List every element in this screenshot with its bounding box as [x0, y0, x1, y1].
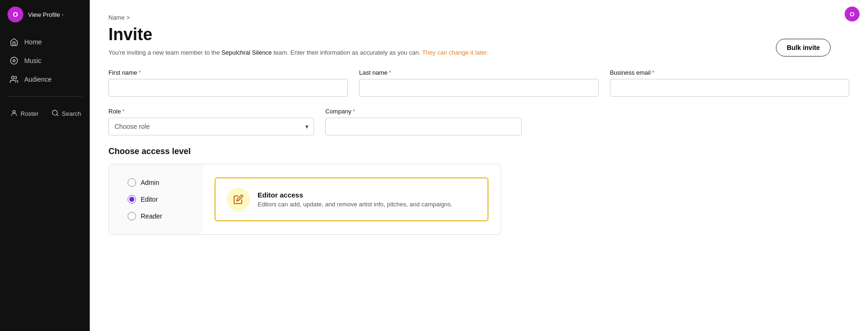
sidebar-item-music[interactable]: Music [2, 51, 88, 70]
bulk-invite-button[interactable]: Bulk invite [776, 39, 831, 56]
music-icon [9, 56, 19, 65]
role-select[interactable]: Choose role Admin Editor Reader [108, 118, 314, 135]
radio-reader[interactable] [128, 212, 136, 220]
access-level-container: Admin Editor Reader [108, 164, 501, 235]
audience-icon [9, 75, 19, 84]
role-required: * [122, 108, 125, 115]
search-label: Search [62, 110, 81, 117]
last-name-group: Last name * [359, 69, 598, 97]
company-required: * [353, 108, 355, 115]
company-label: Company * [325, 108, 522, 115]
breadcrumb: Name > [108, 14, 849, 21]
home-icon [9, 37, 19, 47]
page-title: Invite [108, 25, 849, 44]
profile-label-text: View Profile [28, 11, 60, 18]
first-name-group: First name * [108, 69, 348, 97]
first-name-input[interactable] [108, 79, 348, 97]
first-name-required: * [138, 70, 141, 76]
radio-option-admin[interactable]: Admin [128, 178, 184, 187]
radio-option-reader[interactable]: Reader [128, 212, 184, 220]
first-name-label: First name * [108, 69, 348, 76]
view-profile-button[interactable]: O View Profile › [0, 0, 90, 29]
radio-editor[interactable] [128, 195, 136, 204]
search-icon [51, 109, 59, 118]
svg-point-1 [13, 60, 15, 62]
invite-description: You're inviting a new team member to the… [108, 49, 849, 56]
sidebar-item-home-label: Home [24, 38, 42, 46]
role-select-wrapper: Choose role Admin Editor Reader ▾ [108, 118, 314, 135]
roster-label: Roster [21, 110, 38, 117]
sidebar-divider [7, 96, 82, 97]
editor-access-text: Editor access Editors can add, update, a… [258, 191, 452, 208]
radio-option-editor[interactable]: Editor [128, 195, 184, 204]
business-email-group: Business email * [610, 69, 849, 97]
role-label: Role * [108, 108, 314, 115]
form-row-role-company: Role * Choose role Admin Editor Reader ▾… [108, 108, 849, 135]
editor-access-panel: Editor access Editors can add, update, a… [215, 177, 488, 221]
last-name-label: Last name * [359, 69, 598, 76]
editor-access-title: Editor access [258, 191, 452, 199]
business-email-input[interactable] [610, 79, 849, 97]
business-email-label: Business email * [610, 69, 849, 76]
role-group: Role * Choose role Admin Editor Reader ▾ [108, 108, 314, 135]
roster-button[interactable]: Roster [5, 106, 44, 121]
main-content: Name > Invite Bulk invite You're invitin… [90, 0, 868, 249]
email-required: * [652, 70, 654, 76]
editor-icon-circle [227, 188, 250, 211]
profile-chevron-icon: › [62, 12, 63, 17]
last-name-input[interactable] [359, 79, 598, 97]
top-right-avatar[interactable]: O [845, 7, 860, 21]
access-level-section: Choose access level Admin Editor Reader [108, 147, 849, 235]
avatar: O [7, 7, 23, 22]
access-section-title: Choose access level [108, 147, 849, 156]
last-name-required: * [389, 70, 391, 76]
radio-options: Admin Editor Reader [109, 164, 202, 234]
svg-point-3 [13, 111, 15, 113]
main-wrapper: O Name > Invite Bulk invite You're invit… [90, 0, 868, 331]
radio-admin[interactable] [128, 178, 136, 187]
svg-line-5 [57, 114, 58, 116]
company-input[interactable] [325, 118, 522, 135]
sidebar-item-audience[interactable]: Audience [2, 70, 88, 89]
svg-point-0 [11, 57, 18, 64]
change-later-link[interactable]: They can change it later. [422, 49, 488, 56]
svg-point-2 [12, 76, 14, 79]
sidebar: O View Profile › Home Music [0, 0, 90, 331]
search-button[interactable]: Search [46, 106, 86, 121]
sidebar-item-home[interactable]: Home [2, 33, 88, 51]
editor-access-desc: Editors can add, update, and remove arti… [258, 201, 452, 208]
company-group: Company * [325, 108, 522, 135]
main-nav: Home Music Audience [0, 29, 90, 92]
sidebar-bottom-nav: Roster Search [0, 102, 90, 125]
form-row-names: First name * Last name * Business email … [108, 69, 849, 97]
sidebar-item-audience-label: Audience [24, 76, 51, 83]
roster-icon [10, 109, 18, 118]
sidebar-item-music-label: Music [24, 57, 42, 64]
